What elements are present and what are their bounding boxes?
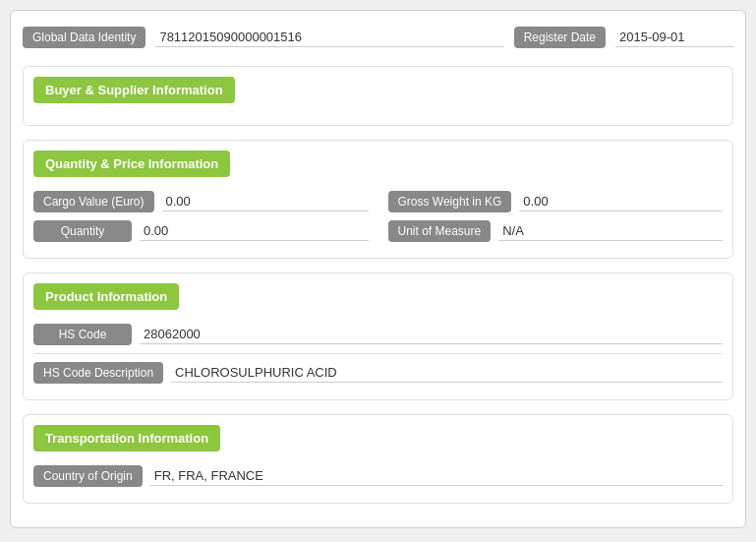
quantity-uom-row: Quantity 0.00 Unit of Measure N/A xyxy=(24,216,732,246)
country-origin-row: Country of Origin FR, FRA, FRANCE xyxy=(24,461,732,491)
hs-code-row: HS Code 28062000 xyxy=(24,320,732,349)
country-origin-label: Country of Origin xyxy=(33,465,143,487)
buyer-supplier-section: Buyer & Supplier Information xyxy=(23,66,733,126)
hs-code-value: 28062000 xyxy=(140,325,723,344)
country-origin-value: FR, FRA, FRANCE xyxy=(150,466,723,486)
hs-code-group: HS Code 28062000 xyxy=(33,324,723,345)
quantity-price-title: Quantity & Price Information xyxy=(33,151,230,177)
header-row: Global Data Identity 7811201509000000151… xyxy=(23,21,733,54)
unit-measure-group: Unit of Measure N/A xyxy=(388,220,724,242)
product-section: Product Information HS Code 28062000 HS … xyxy=(23,272,733,400)
transportation-title: Transportation Information xyxy=(33,425,220,452)
global-data-identity-value: 78112015090000001516 xyxy=(155,28,503,47)
cargo-value-value: 0.00 xyxy=(162,192,369,211)
unit-measure-label: Unit of Measure xyxy=(388,220,492,242)
cargo-value-label: Cargo Value (Euro) xyxy=(33,191,154,212)
quantity-price-section: Quantity & Price Information Cargo Value… xyxy=(23,140,733,259)
product-divider xyxy=(33,353,723,354)
hs-code-label: HS Code xyxy=(33,324,132,345)
quantity-value: 0.00 xyxy=(140,221,369,241)
unit-measure-value: N/A xyxy=(498,221,723,241)
register-date-value: 2015-09-01 xyxy=(615,28,733,47)
product-title: Product Information xyxy=(33,283,179,310)
gross-weight-group: Gross Weight in KG 0.00 xyxy=(388,191,724,212)
cargo-value-group: Cargo Value (Euro) 0.00 xyxy=(33,191,369,212)
hs-code-desc-label: HS Code Description xyxy=(33,362,163,384)
quantity-label: Quantity xyxy=(33,220,132,242)
country-origin-group: Country of Origin FR, FRA, FRANCE xyxy=(33,465,723,487)
quantity-group: Quantity 0.00 xyxy=(33,220,369,242)
global-data-identity-label: Global Data Identity xyxy=(23,27,145,48)
register-date-label: Register Date xyxy=(514,27,606,48)
hs-code-desc-group: HS Code Description CHLOROSULPHURIC ACID xyxy=(33,362,723,384)
cargo-gross-row: Cargo Value (Euro) 0.00 Gross Weight in … xyxy=(24,187,732,216)
buyer-supplier-title: Buyer & Supplier Information xyxy=(33,77,235,103)
hs-code-desc-row: HS Code Description CHLOROSULPHURIC ACID xyxy=(24,358,732,388)
gross-weight-label: Gross Weight in KG xyxy=(388,191,512,212)
transportation-section: Transportation Information Country of Or… xyxy=(23,414,733,504)
hs-code-desc-value: CHLOROSULPHURIC ACID xyxy=(171,363,723,383)
gross-weight-value: 0.00 xyxy=(519,192,723,211)
main-container: Global Data Identity 7811201509000000151… xyxy=(10,10,746,528)
